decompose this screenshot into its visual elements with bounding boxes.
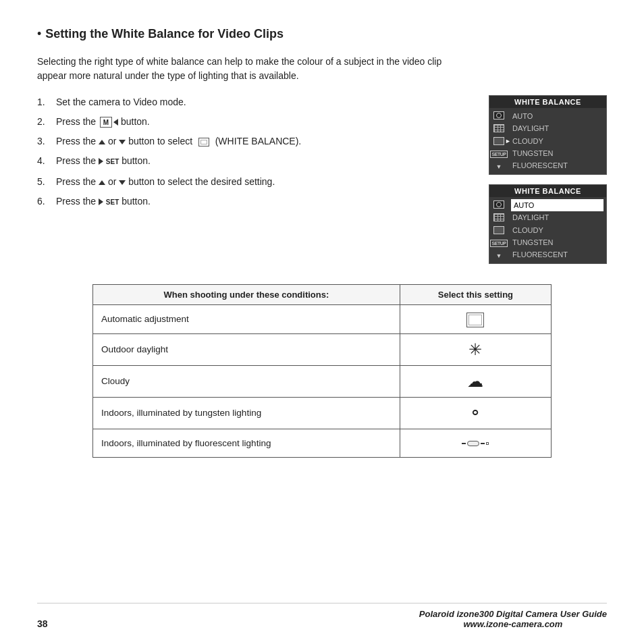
down-arrow-icon-5 <box>119 180 126 185</box>
bullet-point: • <box>37 27 41 41</box>
wb-icon-grid <box>492 123 506 134</box>
wb-option-cloudy-2: CLOUDY <box>512 224 602 236</box>
footer-title: Polaroid izone300 Digital Camera User Gu… <box>419 609 607 629</box>
wb-option-daylight-1: DAYLIGHT <box>512 122 602 134</box>
table-header-setting: Select this setting <box>400 285 551 305</box>
intro-text: Selecting the right type of white balanc… <box>37 55 442 83</box>
wb-icon-down-2: ▼ <box>492 250 506 261</box>
step-4: 4. Press the SET button. <box>37 154 475 168</box>
wb-option-tungsten-1: TUNGSTEN <box>512 147 602 159</box>
wb-panel-1: WHITE BALANCE <box>489 95 607 175</box>
page: • Setting the White Balance for Video Cl… <box>0 0 644 644</box>
main-content: 1. Set the camera to Video mode. 2. Pres… <box>37 95 607 264</box>
right-arrow-icon-6 <box>99 198 103 205</box>
wb-option-cloudy-1: CLOUDY <box>512 135 602 147</box>
up-arrow-icon <box>99 140 105 144</box>
table-cell-daylight-icon: ✳ <box>400 333 551 365</box>
table-cell-daylight-condition: Outdoor daylight <box>93 333 400 365</box>
step-3-content: Press the or button to select (WHITE BAL… <box>56 134 475 149</box>
table-cell-tungsten-condition: Indoors, illuminated by tungsten lightin… <box>93 397 400 429</box>
wb-panel-1-icons: ► SETUP ▼ <box>489 108 508 174</box>
footer: 38 Polaroid izone300 Digital Camera User… <box>37 603 607 629</box>
tungsten-icon: ⚬ <box>468 404 482 423</box>
table-row-tungsten: Indoors, illuminated by tungsten lightin… <box>93 397 552 429</box>
wb-panel-2-icons: SETUP ▼ <box>489 197 508 263</box>
section-title: Setting the White Balance for Video Clip… <box>45 27 284 41</box>
step-2-num: 2. <box>37 115 56 129</box>
wb-panel-2-header: WHITE BALANCE <box>489 185 606 197</box>
table-cell-auto-condition: Automatic adjustment <box>93 305 400 334</box>
step-5-content: Press the or button to select the desire… <box>56 175 475 189</box>
wb-option-tungsten-2: TUNGSTEN <box>512 236 602 248</box>
step-2: 2. Press the M button. <box>37 115 475 129</box>
wb-panels: WHITE BALANCE <box>489 95 607 264</box>
product-name: Polaroid izone300 Digital Camera User Gu… <box>419 609 607 619</box>
wb-icon-setup-2: SETUP <box>492 238 506 248</box>
conditions-table: When shooting under these conditions: Se… <box>92 284 552 458</box>
set-text-6: SET <box>104 198 119 206</box>
wb-icon-grid-2 <box>492 212 506 223</box>
down-arrow-icon <box>119 140 126 144</box>
step-4-num: 4. <box>37 154 56 168</box>
wb-icon-setup: SETUP <box>492 149 506 159</box>
table-row-auto: Automatic adjustment <box>93 305 552 334</box>
wb-icon-wb-2 <box>492 225 506 236</box>
steps-list-2: 5. Press the or button to select the des… <box>37 175 475 209</box>
table-row-daylight: Outdoor daylight ✳ <box>93 333 552 365</box>
table-cell-auto-icon <box>400 305 551 334</box>
table-cell-cloudy-condition: Cloudy <box>93 365 400 397</box>
wb-panel-1-options: AUTO DAYLIGHT CLOUDY TUNGSTEN FLUORESCEN… <box>508 108 606 174</box>
wb-panel-2-body: SETUP ▼ AUTO DAYLIGHT CLOUDY TUNGSTEN FL… <box>489 197 606 263</box>
product-url: www.izone-camera.com <box>419 619 607 629</box>
wb-icon-camera <box>492 110 506 121</box>
step-5: 5. Press the or button to select the des… <box>37 175 475 189</box>
wb-panel-1-body: ► SETUP ▼ AUTO DAYLIGHT <box>489 108 606 174</box>
step-6-content: Press the SET button. <box>56 194 475 209</box>
step-1: 1. Set the camera to Video mode. <box>37 95 475 109</box>
table-cell-cloudy-icon: ☁ <box>400 365 551 397</box>
table-cell-fluorescent-condition: Indoors, illuminated by fluorescent ligh… <box>93 429 400 457</box>
wb-panel-2: WHITE BALANCE <box>489 184 607 264</box>
cloudy-icon: ☁ <box>467 372 483 391</box>
wb-panel-1-header: WHITE BALANCE <box>489 96 606 108</box>
step-5-num: 5. <box>37 175 56 189</box>
step-6: 6. Press the SET button. <box>37 194 475 209</box>
page-number: 38 <box>37 618 48 629</box>
table-cell-tungsten-icon: ⚬ <box>400 397 551 429</box>
wb-select-icon <box>198 138 209 146</box>
or-text-5: or <box>108 176 116 187</box>
table-row-cloudy: Cloudy ☁ <box>93 365 552 397</box>
wb-option-fluorescent-1: FLUORESCENT <box>512 159 602 171</box>
wb-option-auto-1: AUTO <box>512 110 602 122</box>
step-3: 3. Press the or button to select (WHITE … <box>37 134 475 149</box>
wb-option-daylight-2: DAYLIGHT <box>512 211 602 223</box>
m-button-icon: M <box>100 117 112 128</box>
set-text-4: SET <box>104 158 119 165</box>
wb-icon-down: ▼ <box>492 161 506 172</box>
steps-list: 1. Set the camera to Video mode. 2. Pres… <box>37 95 475 168</box>
step-1-num: 1. <box>37 95 56 109</box>
step-6-num: 6. <box>37 194 56 209</box>
step-4-content: Press the SET button. <box>56 154 475 168</box>
step-3-num: 3. <box>37 134 56 149</box>
fluorescent-icon <box>462 441 489 446</box>
steps-part2: 5. Press the or button to select the des… <box>37 175 475 209</box>
table-header-conditions: When shooting under these conditions: <box>93 285 400 305</box>
auto-icon <box>466 313 484 327</box>
up-arrow-icon-5 <box>99 180 105 185</box>
wb-option-fluorescent-2: FLUORESCENT <box>512 248 602 261</box>
table-row-fluorescent: Indoors, illuminated by fluorescent ligh… <box>93 429 552 457</box>
wb-icon-wb-arrow: ► <box>492 136 506 146</box>
wb-panel-2-options: AUTO DAYLIGHT CLOUDY TUNGSTEN FLUORESCEN… <box>508 197 606 263</box>
or-text: or <box>108 136 116 146</box>
left-arrow-icon <box>113 119 118 126</box>
right-arrow-icon-4 <box>99 158 103 165</box>
step-1-content: Set the camera to Video mode. <box>56 95 475 109</box>
wb-icon-camera-2 <box>492 199 506 210</box>
wb-option-auto-2: AUTO <box>511 199 603 211</box>
step-2-content: Press the M button. <box>56 115 475 129</box>
steps-col: 1. Set the camera to Video mode. 2. Pres… <box>37 95 475 264</box>
table-cell-fluorescent-icon <box>400 429 551 457</box>
daylight-icon: ✳ <box>468 340 482 359</box>
